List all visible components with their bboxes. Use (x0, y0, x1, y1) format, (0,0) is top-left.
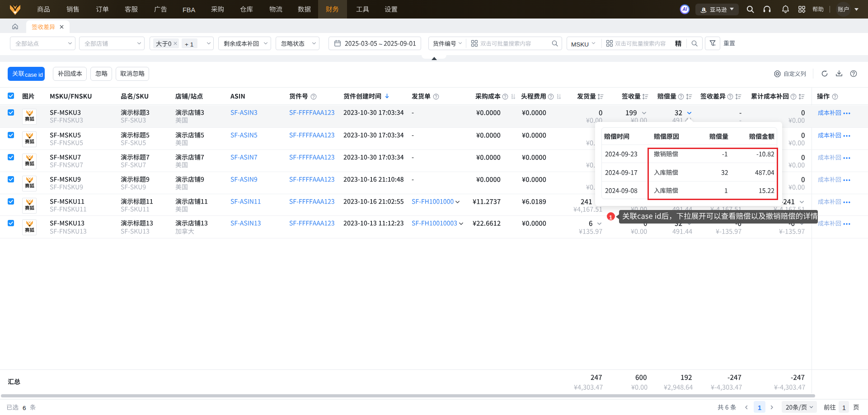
svg-text:a: a (702, 5, 706, 13)
svg-text:AI: AI (682, 7, 687, 12)
